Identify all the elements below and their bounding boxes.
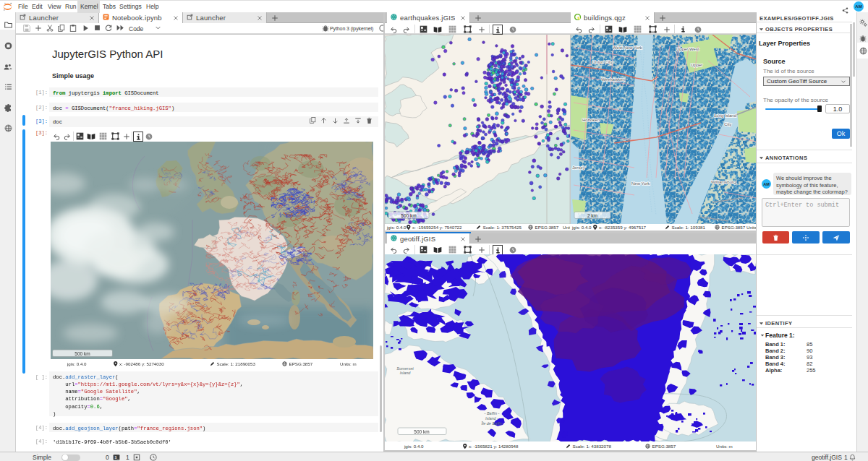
svg-text:Long Island: Long Island bbox=[714, 113, 736, 118]
svg-text:Île de Baffin: Île de Baffin bbox=[481, 421, 502, 426]
svg-text:- Baffin -: - Baffin - bbox=[485, 411, 500, 415]
svg-text:New York: New York bbox=[631, 181, 650, 186]
svg-text:500 km: 500 km bbox=[414, 429, 429, 434]
svg-text:2 km: 2 km bbox=[587, 213, 597, 218]
svg-text:Weehawken: Weehawken bbox=[601, 77, 625, 82]
svg-text:City: City bbox=[724, 122, 731, 126]
svg-text:Upper West: Upper West bbox=[676, 47, 699, 51]
svg-text:Hoboken: Hoboken bbox=[582, 118, 600, 122]
svg-text:500 km: 500 km bbox=[75, 351, 90, 356]
svg-text:Upper: Upper bbox=[691, 63, 702, 67]
svg-text:West New York: West New York bbox=[613, 46, 643, 50]
svg-text:Jersey: Jersey bbox=[572, 165, 585, 170]
svg-text:500 km: 500 km bbox=[401, 213, 416, 218]
svg-text:Williamsburg: Williamsburg bbox=[711, 180, 736, 184]
svg-text:Union City: Union City bbox=[592, 60, 613, 64]
svg-text:Island -: Island - bbox=[485, 416, 498, 421]
svg-text:Island: Island bbox=[400, 371, 412, 375]
svg-text:$_: $_ bbox=[115, 456, 120, 460]
